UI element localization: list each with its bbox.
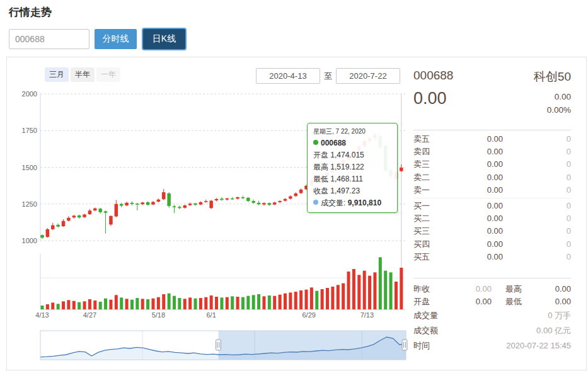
bid-row-5: 买五0.000 [413, 251, 571, 263]
turnover-row: 成交额 0.00 亿元 [413, 323, 571, 338]
tooltip-volume-row: 成交量: 9,910,810 [313, 197, 391, 209]
page-title: 行情走势 [9, 5, 52, 20]
quote-change-block: 0.00 0.00% [547, 89, 571, 117]
navigator-selected-region[interactable] [218, 331, 406, 360]
quote-change-pct: 0.00% [547, 105, 571, 115]
stats-row-2: 开盘 0.00 最低 0.00 [413, 295, 571, 308]
svg-text:2000: 2000 [22, 90, 37, 98]
open-value: 0.00 [453, 295, 492, 308]
timeline-button[interactable]: 分时线 [95, 29, 137, 49]
tab-one-year[interactable]: 一年 [96, 67, 120, 82]
x-axis-labels: 4/134/275/186/16/297/13 [35, 311, 374, 319]
series-dot-icon [313, 140, 318, 145]
divider [413, 130, 571, 130]
svg-text:7/13: 7/13 [360, 311, 374, 319]
market-trend-widget: 行情走势 分时线 日K线 200017501500125010004/134/2… [0, 0, 588, 378]
quote-code: 000688 [413, 69, 453, 85]
high-value: 0.00 [545, 283, 571, 295]
bid-row-4: 买四0.000 [413, 238, 571, 251]
bid-row-3: 买三0.000 [413, 225, 571, 238]
divider [413, 278, 571, 278]
date-range: 2020-4-13 至 2020-7-22 [256, 68, 400, 84]
svg-text:1250: 1250 [22, 200, 37, 208]
svg-text:4/27: 4/27 [83, 311, 96, 319]
navigator[interactable] [40, 331, 407, 360]
date-range-separator: 至 [324, 71, 332, 82]
kline-button[interactable]: 日K线 [143, 29, 185, 49]
tab-half-year[interactable]: 半年 [71, 67, 95, 82]
quote-last-price: 0.00 [413, 89, 447, 117]
ask-row-5: 卖五0.000 [413, 133, 571, 146]
tooltip-date: 星期三, 7 22, 2020 [313, 127, 391, 136]
stats-row-1: 昨收 0.00 最高 0.00 [413, 283, 571, 295]
kline-chart-canvas[interactable]: 200017501500125010004/134/275/186/16/297… [7, 57, 410, 371]
svg-text:5/18: 5/18 [152, 311, 165, 319]
quote-change: 0.00 [555, 92, 571, 101]
end-date-input[interactable]: 2020-7-22 [336, 68, 400, 84]
chart-card: 200017501500125010004/134/275/186/16/297… [6, 57, 587, 370]
svg-text:1500: 1500 [22, 164, 37, 171]
tooltip-open-row: 开盘 1,474.015 [313, 149, 391, 161]
tooltip-close-row: 收盘 1,497.23 [313, 185, 391, 197]
range-tabs: 三月 半年 一年 [45, 67, 120, 82]
tooltip-high-row: 最高 1,519.122 [313, 161, 391, 173]
volume-series [41, 257, 403, 309]
volume-row: 成交量 0 万手 [413, 308, 571, 323]
tab-three-months[interactable]: 三月 [45, 67, 69, 82]
low-value: 0.00 [545, 295, 571, 308]
start-date-input[interactable]: 2020-4-13 [256, 68, 320, 84]
time-row: 时间 2020-07-22 15:45 [413, 338, 571, 353]
kline-svg: 200017501500125010004/134/275/186/16/297… [7, 57, 410, 371]
volume-dot-icon [313, 200, 318, 205]
bid-row-1: 买一0.000 [413, 200, 571, 212]
chart-tooltip: 星期三, 7 22, 2020 000688 开盘 1,474.015 最高 1… [307, 123, 398, 213]
y-axis-labels: 20001750150012501000 [22, 90, 37, 244]
quote-header: 000688 科创50 [413, 69, 571, 85]
quote-panel: 000688 科创50 0.00 0.00 0.00% 卖五0.000 卖四0.… [413, 57, 572, 371]
ask-row-1: 卖一0.000 [413, 184, 571, 197]
tooltip-series: 000688 [313, 137, 391, 149]
svg-text:4/13: 4/13 [35, 311, 49, 319]
ask-row-2: 卖二0.000 [413, 171, 571, 184]
ask-row-4: 卖四0.000 [413, 146, 571, 158]
svg-text:1000: 1000 [22, 237, 37, 244]
stock-code-input[interactable] [9, 29, 89, 49]
quote-price-block: 0.00 0.00 0.00% [413, 89, 571, 117]
tooltip-low-row: 最低 1,468.111 [313, 173, 391, 185]
ask-row-3: 卖三0.000 [413, 158, 571, 171]
navigator-handle-right[interactable] [402, 340, 407, 350]
svg-text:6/1: 6/1 [207, 311, 216, 319]
bid-book: 买一0.000 买二0.000 买三0.000 买四0.000 买五0.000 [413, 200, 571, 263]
prev-close-value: 0.00 [453, 283, 492, 295]
navigator-handle-left[interactable] [216, 340, 221, 350]
ask-book: 卖五0.000 卖四0.000 卖三0.000 卖二0.000 卖一0.000 [413, 133, 571, 197]
divider [413, 198, 571, 198]
svg-text:6/29: 6/29 [302, 311, 315, 319]
quote-stats: 昨收 0.00 最高 0.00 开盘 0.00 最低 0.00 成交量 0 万手… [413, 283, 571, 353]
svg-text:1750: 1750 [22, 127, 37, 134]
bid-row-2: 买二0.000 [413, 212, 571, 225]
quote-name: 科创50 [534, 69, 571, 85]
